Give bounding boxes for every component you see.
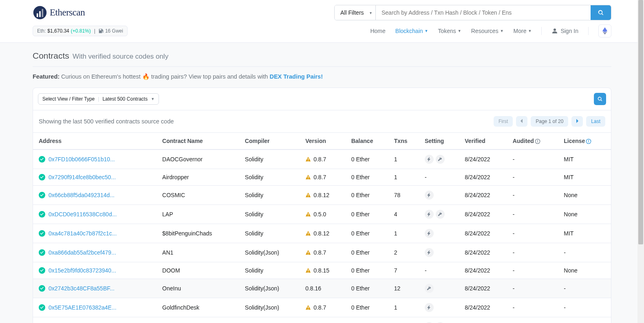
contract-name: OneInu [158, 279, 241, 298]
etherscan-logo-icon [33, 5, 47, 20]
warning-icon [305, 174, 311, 180]
version: 0.8.7 [313, 249, 326, 256]
page-subtitle: With verified source codes only [73, 53, 168, 61]
col-license: License [560, 133, 611, 150]
pager-next[interactable] [571, 116, 583, 127]
version: 0.8.7 [313, 156, 326, 163]
wrench-icon [436, 155, 445, 164]
verified-date: 8/24/2022 [461, 186, 508, 205]
address-link[interactable]: 0x15e2bf9fd0c83723940... [49, 267, 116, 274]
address-link[interactable]: 0x66cb88f5da0492314d... [49, 192, 115, 198]
balance: 0 Ether [347, 279, 390, 298]
txns: 2 [390, 243, 421, 262]
balance: 0 Ether [347, 149, 390, 169]
address-link[interactable]: 0x5E75AE1E076382a4E... [49, 304, 117, 311]
table-row: 0x2742b3c48CF8a55BF...OneInuSolidity(Jso… [33, 279, 611, 298]
view-filter-select[interactable]: Select View / Filter Type | Latest 500 C… [38, 93, 159, 105]
nav-home[interactable]: Home [370, 25, 385, 37]
address-link[interactable]: 0xa4c781a40c7b87f2c1c... [49, 230, 117, 237]
search-button[interactable] [591, 5, 611, 20]
pager-prev[interactable] [516, 116, 527, 127]
address-link[interactable]: 0xDCD0e9116538Cc80d... [49, 211, 117, 218]
nav-more[interactable]: More▼ [514, 25, 532, 37]
col-audited: Audited [509, 133, 560, 150]
verified-date: 8/24/2022 [461, 317, 508, 323]
contracts-card: Select View / Filter Type | Latest 500 C… [33, 88, 611, 323]
header: Etherscan All Filters Eth: $1,670.34 (+0… [0, 0, 644, 43]
page-title: Contracts [33, 51, 69, 61]
address-link[interactable]: 0xa866dab55af2bcef479... [49, 249, 116, 256]
warning-icon [305, 231, 311, 236]
license: - [560, 279, 611, 298]
eth-price: $1,670.34 [47, 28, 69, 34]
verified-check-icon [39, 211, 45, 218]
bolt-icon [425, 210, 434, 219]
table-row: 0xa866dab55af2bcef479...AN1Solidity(Json… [33, 243, 611, 262]
pagination: First Page 1 of 20 Last [494, 116, 605, 127]
txns: 1 [390, 224, 421, 243]
audited: - [509, 169, 560, 186]
version: 0.5.0 [313, 211, 326, 218]
search-bar: All Filters [334, 5, 611, 20]
verified-check-icon [39, 230, 45, 237]
col-name: Contract Name [158, 133, 241, 150]
bolt-icon [425, 303, 434, 312]
txns: 1 [390, 298, 421, 317]
featured-link[interactable]: DEX Trading Pairs! [269, 73, 323, 80]
bolt-icon [425, 155, 434, 164]
nav-signin[interactable]: Sign In [551, 25, 578, 37]
table-search-button[interactable] [594, 93, 606, 105]
verified-check-icon [39, 249, 45, 256]
address-link[interactable]: 0x7290f914fce8b0bec50... [49, 174, 116, 180]
warning-icon [305, 156, 311, 162]
balance: 0 Ether [347, 243, 390, 262]
verified-date: 8/24/2022 [461, 149, 508, 169]
txns: 7 [390, 262, 421, 279]
pager-last[interactable]: Last [586, 116, 605, 127]
verified-check-icon [39, 285, 45, 292]
contract-name: AN1 [158, 243, 241, 262]
version: 0.8.7 [313, 174, 326, 180]
table-row: 0xBde9038A42Db0949D...TimelockController… [33, 317, 611, 323]
scrollbar[interactable] [637, 0, 644, 323]
search-filter-select[interactable]: All Filters [335, 5, 376, 20]
wrench-icon [425, 284, 434, 293]
scrollbar-thumb[interactable] [638, 0, 643, 244]
setting [421, 205, 461, 224]
warning-icon [305, 250, 311, 255]
table-row: 0x15e2bf9fd0c83723940...DOOMSolidity0.8.… [33, 262, 611, 279]
license: MIT [560, 317, 611, 323]
verified-check-icon [39, 156, 45, 163]
audited: - [509, 262, 560, 279]
logo[interactable]: Etherscan [33, 5, 85, 20]
search-icon [598, 97, 602, 101]
audited: - [509, 279, 560, 298]
compiler: Solidity [241, 205, 301, 224]
warning-icon [305, 268, 311, 273]
license: None [560, 186, 611, 205]
table-row: 0x7290f914fce8b0bec50...AirdropperSolidi… [33, 169, 611, 186]
address-link[interactable]: 0x7FD10b0666F051b10... [49, 156, 115, 163]
compiler: Solidity(Json) [241, 243, 301, 262]
nav-resources[interactable]: Resources▼ [471, 25, 504, 37]
compiler: Solidity [241, 186, 301, 205]
table-row: 0xa4c781a40c7b87f2c1c...$8bitPenguinChad… [33, 224, 611, 243]
version: 0.8.7 [313, 304, 326, 311]
warning-icon [305, 305, 311, 310]
balance: 0 Ether [347, 186, 390, 205]
eth-network-badge[interactable] [598, 24, 611, 37]
nav-tokens[interactable]: Tokens▼ [438, 25, 461, 37]
verified-date: 8/24/2022 [461, 279, 508, 298]
table-row: 0x7FD10b0666F051b10...DAOCGovernorSolidi… [33, 149, 611, 169]
pager-first[interactable]: First [494, 116, 513, 127]
table-row: 0xDCD0e9116538Cc80d...LAPSolidity0.5.00 … [33, 205, 611, 224]
search-input[interactable] [376, 5, 591, 20]
balance: 0 Ether [347, 262, 390, 279]
compiler: Solidity [241, 317, 301, 323]
status-bar: Eth: $1,670.34 (+0.81%) | 16 Gwei [33, 26, 128, 36]
chevron-down-icon: ▼ [458, 29, 461, 33]
bolt-icon [425, 229, 434, 238]
address-link[interactable]: 0x2742b3c48CF8a55BF... [49, 285, 115, 292]
nav-blockchain[interactable]: Blockchain▼ [395, 25, 428, 37]
col-verified: Verified [461, 133, 508, 150]
